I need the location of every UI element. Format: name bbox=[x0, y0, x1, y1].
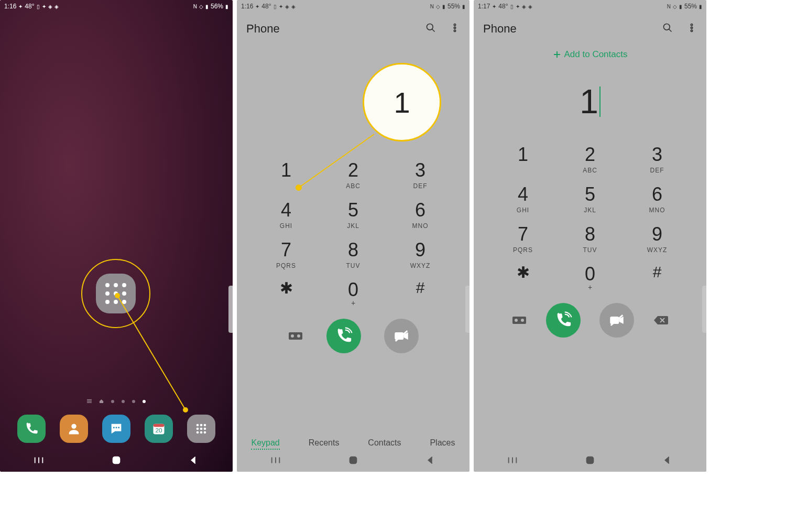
apps-drawer-dock-icon[interactable] bbox=[187, 415, 215, 443]
back-button[interactable] bbox=[188, 454, 200, 468]
more-options-button[interactable] bbox=[686, 23, 697, 35]
svg-rect-5 bbox=[87, 402, 92, 403]
status-temp: 48° bbox=[25, 3, 34, 10]
key-5[interactable]: 5JKL bbox=[320, 199, 387, 230]
key-8[interactable]: 8TUV bbox=[320, 239, 387, 269]
shield-icon: ◈ bbox=[522, 4, 526, 9]
voicemail-button[interactable] bbox=[288, 330, 303, 342]
key-3[interactable]: 3DEF bbox=[624, 144, 691, 174]
svg-point-17 bbox=[200, 428, 202, 430]
entered-number: 1 bbox=[580, 82, 598, 121]
call-button[interactable] bbox=[326, 319, 361, 353]
svg-point-46 bbox=[691, 27, 692, 28]
voicemail-button[interactable] bbox=[511, 314, 527, 326]
key-2[interactable]: 2ABC bbox=[556, 144, 624, 174]
key-7[interactable]: 7PQRS bbox=[489, 223, 556, 254]
edge-panel-handle[interactable] bbox=[702, 286, 706, 333]
edge-panel-handle[interactable] bbox=[465, 286, 470, 333]
status-time: 1:17 bbox=[478, 3, 490, 10]
search-button[interactable] bbox=[662, 23, 673, 35]
zoom-callout: 1 bbox=[363, 63, 441, 142]
bottom-tabs: Keypad Recents Contacts Places bbox=[237, 438, 470, 450]
calendar-app-icon[interactable]: 20 bbox=[145, 415, 173, 443]
svg-point-51 bbox=[515, 319, 518, 322]
battery-icon: ▮ bbox=[225, 4, 228, 9]
add-to-contacts-button[interactable]: Add to Contacts bbox=[474, 49, 706, 60]
recent-apps-button[interactable] bbox=[270, 454, 281, 468]
key-star[interactable]: ✱ bbox=[253, 279, 320, 307]
edge-panel-handle[interactable] bbox=[228, 286, 233, 333]
key-6[interactable]: 6MNO bbox=[624, 183, 691, 214]
tab-recents[interactable]: Recents bbox=[309, 438, 340, 450]
contacts-app-icon[interactable] bbox=[60, 415, 88, 443]
home-button[interactable] bbox=[584, 454, 596, 468]
search-button[interactable] bbox=[425, 23, 436, 35]
phone-screen-keypad: 1:16 ✦ 48° ▯ ✦ ◈ ◈ N ◇ ▮ 55% ▮ Phone 1 2… bbox=[237, 0, 470, 472]
key-0[interactable]: 0+ bbox=[320, 279, 387, 307]
svg-text:20: 20 bbox=[155, 427, 162, 433]
status-battery-pct: 55% bbox=[447, 3, 460, 10]
svg-point-43 bbox=[664, 24, 670, 30]
key-1[interactable]: 1 bbox=[489, 144, 556, 174]
key-hash[interactable]: # bbox=[624, 263, 691, 291]
more-options-button[interactable] bbox=[450, 23, 460, 35]
battery-icon: ▮ bbox=[699, 4, 702, 9]
indicator-icon: ✦ bbox=[492, 4, 496, 9]
call-button[interactable] bbox=[546, 303, 581, 338]
svg-point-33 bbox=[297, 334, 300, 338]
nav-bar bbox=[474, 451, 706, 472]
home-screen: 1:16 ✦ 48° ▯ ✦ ◈ ◈ N ◇ ▮ 56% ▮ bbox=[0, 0, 233, 472]
indicator-icon: ✦ bbox=[18, 4, 23, 9]
tab-keypad[interactable]: Keypad bbox=[251, 438, 279, 450]
svg-point-20 bbox=[200, 431, 202, 434]
svg-point-6 bbox=[72, 424, 77, 429]
signal-icon: ▮ bbox=[442, 4, 445, 9]
svg-rect-3 bbox=[87, 399, 92, 400]
app-header: Phone bbox=[474, 13, 706, 39]
key-4[interactable]: 4GHI bbox=[489, 183, 556, 214]
dock: 20 bbox=[0, 415, 233, 443]
phone-app-icon[interactable] bbox=[17, 415, 46, 443]
svg-point-45 bbox=[691, 24, 692, 26]
key-0[interactable]: 0+ bbox=[556, 263, 624, 291]
recent-apps-button[interactable] bbox=[33, 454, 45, 468]
key-4[interactable]: 4GHI bbox=[253, 199, 320, 230]
key-9[interactable]: 9WXYZ bbox=[387, 239, 454, 269]
key-3[interactable]: 3DEF bbox=[387, 159, 454, 190]
key-hash[interactable]: # bbox=[387, 279, 454, 307]
video-call-button[interactable] bbox=[384, 319, 419, 353]
home-button[interactable] bbox=[111, 454, 122, 468]
back-button[interactable] bbox=[425, 454, 436, 468]
home-button[interactable] bbox=[347, 454, 359, 468]
sim-icon: ▯ bbox=[274, 4, 277, 9]
key-1[interactable]: 1 bbox=[253, 159, 320, 190]
tab-places[interactable]: Places bbox=[430, 438, 455, 450]
wifi-icon: ◇ bbox=[436, 4, 440, 9]
status-temp: 48° bbox=[498, 3, 508, 10]
apps-drawer-button[interactable] bbox=[96, 274, 136, 313]
tab-contacts[interactable]: Contacts bbox=[368, 438, 401, 450]
key-star[interactable]: ✱ bbox=[489, 263, 556, 291]
nfc-icon: N bbox=[667, 4, 671, 9]
video-call-button[interactable] bbox=[599, 303, 634, 338]
key-5[interactable]: 5JKL bbox=[556, 183, 624, 214]
nav-bar bbox=[0, 451, 233, 472]
recent-apps-button[interactable] bbox=[507, 454, 518, 468]
status-time: 1:16 bbox=[241, 3, 253, 10]
svg-rect-50 bbox=[512, 317, 526, 324]
backspace-button[interactable] bbox=[653, 314, 669, 326]
status-bar: 1:17 ✦ 48° ▯ ✦ ◈ ◈ N ◇ ▮ 55% ▮ bbox=[474, 0, 706, 13]
phone-screen-entered: 1:17 ✦ 48° ▯ ✦ ◈ ◈ N ◇ ▮ 55% ▮ Phone Add… bbox=[474, 0, 706, 472]
back-button[interactable] bbox=[662, 454, 673, 468]
key-9[interactable]: 9WXYZ bbox=[624, 223, 691, 254]
messages-app-icon[interactable] bbox=[102, 415, 130, 443]
sim-icon: ▯ bbox=[37, 4, 40, 9]
key-2[interactable]: 2ABC bbox=[320, 159, 387, 190]
key-6[interactable]: 6MNO bbox=[387, 199, 454, 230]
key-7[interactable]: 7PQRS bbox=[253, 239, 320, 269]
page-indicator[interactable] bbox=[0, 399, 233, 404]
nfc-icon: N bbox=[430, 4, 434, 9]
svg-rect-31 bbox=[289, 332, 302, 340]
status-battery-pct: 56% bbox=[211, 3, 223, 10]
key-8[interactable]: 8TUV bbox=[556, 223, 624, 254]
